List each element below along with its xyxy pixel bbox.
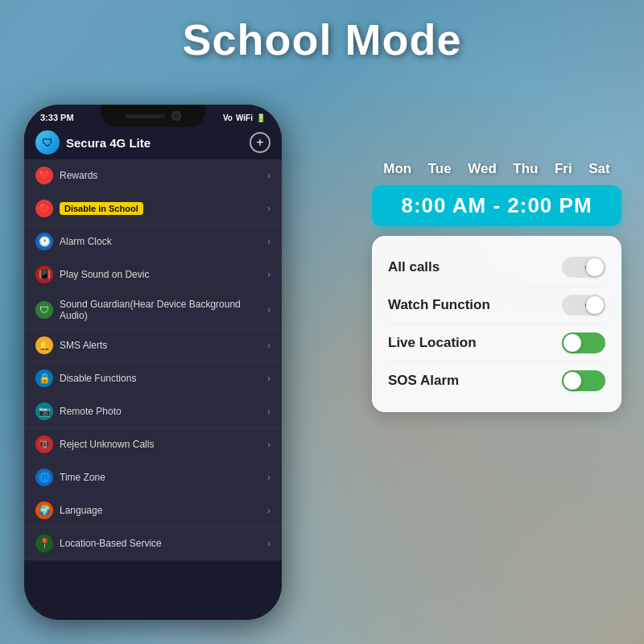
time-zone-chevron: ›: [267, 472, 270, 483]
day-tue: Tue: [428, 161, 452, 177]
menu-item-rewards[interactable]: ❤️Rewards›: [24, 159, 282, 192]
settings-row-live-location: Live LocationON: [388, 324, 605, 362]
menu-item-language[interactable]: 🌍Language›: [24, 494, 282, 527]
location-service-icon: 📍: [35, 535, 53, 552]
days-row: MonTueWedThuFriSat: [372, 161, 621, 177]
menu-item-reject-calls[interactable]: 📵Reject Unknown Calls›: [24, 428, 282, 461]
menu-item-location-service[interactable]: 📍Location-Based Service›: [24, 527, 282, 560]
remote-photo-label: Remote Photo: [60, 406, 122, 417]
live-location-toggle[interactable]: ON: [562, 332, 605, 353]
status-time: 3:33 PM: [40, 113, 74, 122]
time-zone-icon: 🌐: [35, 469, 53, 486]
watch-function-toggle-knob: [586, 296, 604, 314]
sos-alarm-toggle[interactable]: ON: [562, 370, 605, 391]
app-header: 🛡 Secura 4G Lite +: [24, 126, 282, 159]
language-label: Language: [60, 505, 102, 516]
play-sound-chevron: ›: [267, 269, 270, 280]
disable-in-school-chevron: ›: [267, 203, 270, 214]
live-location-toggle-knob: [564, 334, 581, 352]
reject-calls-chevron: ›: [267, 439, 270, 450]
notch-camera: [171, 111, 181, 121]
day-sat: Sat: [588, 161, 609, 177]
alarm-clock-chevron: ›: [267, 236, 270, 247]
time-zone-label: Time Zone: [60, 472, 105, 483]
right-panel: MonTueWedThuFriSat 8:00 AM - 2:00 PM All…: [372, 161, 621, 412]
rewards-chevron: ›: [267, 170, 270, 181]
sms-alerts-label: SMS Alerts: [60, 340, 107, 351]
watch-function-label: Watch Function: [388, 297, 490, 313]
rewards-icon: ❤️: [35, 167, 53, 184]
menu-item-sound-guardian[interactable]: 🛡Sound Guardian(Hear Device Background A…: [24, 291, 282, 329]
settings-row-sos-alarm: SOS AlarmON: [388, 362, 605, 399]
add-button[interactable]: +: [250, 132, 270, 153]
day-thu: Thu: [513, 161, 538, 177]
day-wed: Wed: [468, 161, 497, 177]
settings-row-all-calls: All callsOFF: [388, 249, 605, 287]
sound-guardian-icon: 🛡: [35, 301, 53, 319]
location-service-chevron: ›: [267, 538, 270, 549]
phone-mockup: 3:33 PM Vo WiFi 🔋 🛡 Secura 4G Lite + ❤️: [24, 105, 282, 620]
rewards-label: Rewards: [60, 170, 97, 181]
alarm-clock-icon: 🕐: [35, 233, 53, 250]
sms-alerts-chevron: ›: [267, 340, 270, 351]
sound-guardian-chevron: ›: [267, 304, 270, 316]
disable-functions-icon: 🔒: [35, 369, 53, 387]
language-icon: 🌍: [35, 502, 53, 519]
all-calls-toggle[interactable]: OFF: [562, 257, 605, 278]
sms-alerts-icon: 🔔: [35, 336, 53, 354]
all-calls-label: All calls: [388, 259, 440, 275]
settings-card: All callsOFFWatch FunctionOFFLive Locati…: [372, 236, 621, 412]
app-name: Secura 4G Lite: [66, 136, 151, 150]
remote-photo-chevron: ›: [267, 406, 270, 417]
disable-in-school-icon: 🔴: [35, 200, 53, 217]
reject-calls-label: Reject Unknown Calls: [60, 439, 154, 450]
sos-alarm-toggle-knob: [564, 372, 581, 390]
sound-guardian-label: Sound Guardian(Hear Device Background Au…: [60, 299, 267, 321]
day-fri: Fri: [555, 161, 572, 177]
status-icons: Vo WiFi 🔋: [223, 114, 266, 122]
menu-item-time-zone[interactable]: 🌐Time Zone›: [24, 461, 282, 494]
menu-item-remote-photo[interactable]: 📷Remote Photo›: [24, 395, 282, 428]
play-sound-label: Play Sound on Devic: [60, 269, 149, 280]
time-bar: 8:00 AM - 2:00 PM: [372, 185, 621, 226]
day-mon: Mon: [383, 161, 411, 177]
play-sound-icon: 📳: [35, 266, 53, 283]
settings-row-watch-function: Watch FunctionOFF: [388, 287, 605, 324]
app-icon: 🛡: [35, 130, 60, 155]
all-calls-toggle-knob: [586, 258, 604, 276]
phone-notch: [101, 105, 205, 127]
location-service-label: Location-Based Service: [60, 538, 162, 549]
page-title: School Mode: [0, 14, 644, 64]
disable-in-school-badge: Disable in School: [60, 202, 143, 215]
notch-speaker: [125, 114, 165, 118]
menu-item-disable-functions[interactable]: 🔒Disable Functions›: [24, 362, 282, 395]
menu-item-play-sound[interactable]: 📳Play Sound on Devic›: [24, 258, 282, 291]
watch-function-toggle[interactable]: OFF: [562, 295, 605, 316]
sos-alarm-label: SOS Alarm: [388, 373, 459, 389]
disable-functions-label: Disable Functions: [60, 373, 136, 384]
alarm-clock-label: Alarm Clock: [60, 236, 112, 247]
remote-photo-icon: 📷: [35, 402, 53, 420]
reject-calls-icon: 📵: [35, 436, 53, 453]
menu-item-disable-in-school[interactable]: 🔴Disable in School›: [24, 192, 282, 225]
live-location-label: Live Location: [388, 335, 477, 351]
menu-item-sms-alerts[interactable]: 🔔SMS Alerts›: [24, 329, 282, 362]
language-chevron: ›: [267, 505, 270, 516]
menu-list: ❤️Rewards›🔴Disable in School›🕐Alarm Cloc…: [24, 159, 282, 560]
menu-item-alarm-clock[interactable]: 🕐Alarm Clock›: [24, 225, 282, 258]
disable-functions-chevron: ›: [267, 373, 270, 384]
